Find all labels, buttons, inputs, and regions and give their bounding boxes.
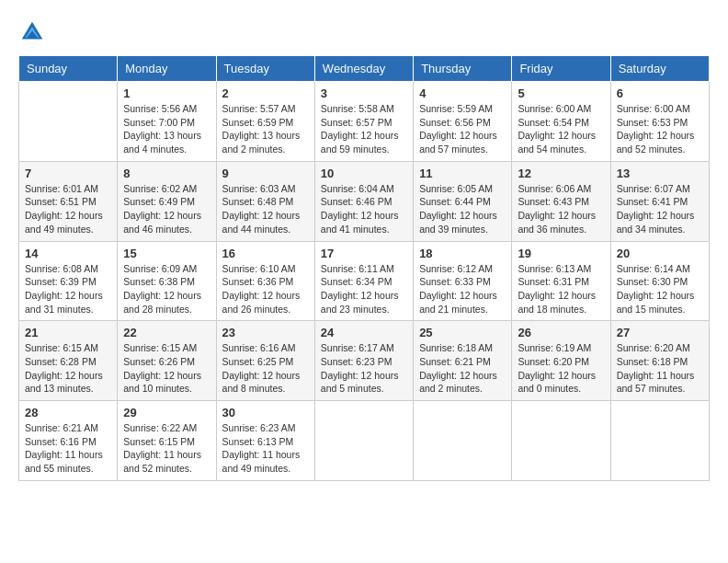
- calendar-cell: 29Sunrise: 6:22 AMSunset: 6:15 PMDayligh…: [118, 401, 216, 481]
- calendar-cell: 3Sunrise: 5:58 AMSunset: 6:57 PMDaylight…: [314, 82, 413, 162]
- calendar-cell: 7Sunrise: 6:01 AMSunset: 6:51 PMDaylight…: [19, 161, 118, 241]
- day-number: 15: [123, 247, 210, 260]
- day-info: Sunrise: 5:57 AMSunset: 6:59 PMDaylight:…: [222, 102, 309, 156]
- day-of-week-header: Friday: [512, 56, 610, 82]
- page-header: [18, 18, 710, 46]
- day-info: Sunrise: 6:00 AMSunset: 6:53 PMDaylight:…: [617, 102, 703, 156]
- day-of-week-header: Tuesday: [216, 56, 314, 82]
- day-info: Sunrise: 6:05 AMSunset: 6:44 PMDaylight:…: [419, 182, 506, 236]
- day-info: Sunrise: 6:01 AMSunset: 6:51 PMDaylight:…: [25, 182, 111, 236]
- day-number: 22: [123, 326, 210, 339]
- calendar-cell: 11Sunrise: 6:05 AMSunset: 6:44 PMDayligh…: [414, 161, 512, 241]
- calendar-cell: 21Sunrise: 6:15 AMSunset: 6:28 PMDayligh…: [19, 321, 118, 401]
- calendar-cell: 30Sunrise: 6:23 AMSunset: 6:13 PMDayligh…: [216, 401, 314, 481]
- day-info: Sunrise: 6:13 AMSunset: 6:31 PMDaylight:…: [518, 262, 604, 316]
- day-number: 30: [222, 406, 309, 419]
- day-number: 16: [222, 247, 309, 260]
- day-number: 21: [25, 326, 111, 339]
- calendar-cell: 9Sunrise: 6:03 AMSunset: 6:48 PMDaylight…: [216, 161, 314, 241]
- calendar-cell: 23Sunrise: 6:16 AMSunset: 6:25 PMDayligh…: [216, 321, 314, 401]
- day-number: 5: [518, 86, 604, 100]
- day-of-week-header: Thursday: [414, 56, 512, 82]
- day-number: 3: [321, 86, 407, 100]
- day-info: Sunrise: 6:14 AMSunset: 6:30 PMDaylight:…: [617, 262, 703, 316]
- calendar-cell: 20Sunrise: 6:14 AMSunset: 6:30 PMDayligh…: [610, 241, 709, 321]
- day-number: 2: [222, 86, 309, 100]
- day-info: Sunrise: 5:59 AMSunset: 6:56 PMDaylight:…: [419, 102, 506, 156]
- calendar-header-row: SundayMondayTuesdayWednesdayThursdayFrid…: [19, 56, 710, 82]
- day-number: 10: [321, 167, 407, 180]
- day-info: Sunrise: 6:03 AMSunset: 6:48 PMDaylight:…: [222, 182, 309, 236]
- day-number: 14: [25, 247, 111, 260]
- day-info: Sunrise: 6:07 AMSunset: 6:41 PMDaylight:…: [617, 182, 703, 236]
- day-info: Sunrise: 6:17 AMSunset: 6:23 PMDaylight:…: [321, 341, 407, 396]
- calendar-cell: 19Sunrise: 6:13 AMSunset: 6:31 PMDayligh…: [512, 241, 610, 321]
- day-number: 24: [321, 326, 407, 339]
- calendar-cell: 10Sunrise: 6:04 AMSunset: 6:46 PMDayligh…: [314, 161, 413, 241]
- day-of-week-header: Wednesday: [314, 56, 413, 82]
- day-of-week-header: Monday: [118, 56, 216, 82]
- calendar-cell: 14Sunrise: 6:08 AMSunset: 6:39 PMDayligh…: [19, 241, 118, 321]
- calendar-cell: 24Sunrise: 6:17 AMSunset: 6:23 PMDayligh…: [314, 321, 413, 401]
- day-info: Sunrise: 6:22 AMSunset: 6:15 PMDaylight:…: [123, 421, 210, 476]
- day-number: 11: [419, 167, 506, 180]
- day-info: Sunrise: 6:09 AMSunset: 6:38 PMDaylight:…: [123, 262, 210, 316]
- calendar-cell: [19, 82, 118, 162]
- calendar-cell: 15Sunrise: 6:09 AMSunset: 6:38 PMDayligh…: [118, 241, 216, 321]
- calendar-cell: [414, 401, 512, 481]
- calendar-cell: 4Sunrise: 5:59 AMSunset: 6:56 PMDaylight…: [414, 82, 512, 162]
- day-number: 9: [222, 167, 309, 180]
- calendar-cell: 28Sunrise: 6:21 AMSunset: 6:16 PMDayligh…: [19, 401, 118, 481]
- day-info: Sunrise: 6:08 AMSunset: 6:39 PMDaylight:…: [25, 262, 111, 316]
- calendar-cell: 16Sunrise: 6:10 AMSunset: 6:36 PMDayligh…: [216, 241, 314, 321]
- day-info: Sunrise: 6:15 AMSunset: 6:26 PMDaylight:…: [123, 341, 210, 396]
- calendar-cell: 2Sunrise: 5:57 AMSunset: 6:59 PMDaylight…: [216, 82, 314, 162]
- day-number: 19: [518, 247, 604, 260]
- day-number: 6: [617, 86, 703, 100]
- day-info: Sunrise: 6:16 AMSunset: 6:25 PMDaylight:…: [222, 341, 309, 396]
- day-info: Sunrise: 6:11 AMSunset: 6:34 PMDaylight:…: [321, 262, 407, 316]
- day-info: Sunrise: 6:15 AMSunset: 6:28 PMDaylight:…: [25, 341, 111, 396]
- day-number: 17: [321, 247, 407, 260]
- day-info: Sunrise: 6:20 AMSunset: 6:18 PMDaylight:…: [617, 341, 703, 396]
- calendar-cell: 26Sunrise: 6:19 AMSunset: 6:20 PMDayligh…: [512, 321, 610, 401]
- day-number: 20: [617, 247, 703, 260]
- logo: [18, 18, 50, 46]
- day-info: Sunrise: 6:18 AMSunset: 6:21 PMDaylight:…: [419, 341, 506, 396]
- calendar-table: SundayMondayTuesdayWednesdayThursdayFrid…: [18, 55, 710, 481]
- day-info: Sunrise: 6:00 AMSunset: 6:54 PMDaylight:…: [518, 102, 604, 156]
- day-info: Sunrise: 5:58 AMSunset: 6:57 PMDaylight:…: [321, 102, 407, 156]
- day-info: Sunrise: 6:10 AMSunset: 6:36 PMDaylight:…: [222, 262, 309, 316]
- day-info: Sunrise: 6:19 AMSunset: 6:20 PMDaylight:…: [518, 341, 604, 396]
- calendar-cell: 8Sunrise: 6:02 AMSunset: 6:49 PMDaylight…: [118, 161, 216, 241]
- day-number: 28: [25, 406, 111, 419]
- day-info: Sunrise: 6:21 AMSunset: 6:16 PMDaylight:…: [25, 421, 111, 476]
- day-of-week-header: Sunday: [19, 56, 118, 82]
- day-number: 8: [123, 167, 210, 180]
- day-number: 26: [518, 326, 604, 339]
- calendar-cell: 5Sunrise: 6:00 AMSunset: 6:54 PMDaylight…: [512, 82, 610, 162]
- calendar-cell: 13Sunrise: 6:07 AMSunset: 6:41 PMDayligh…: [610, 161, 709, 241]
- day-number: 29: [123, 406, 210, 419]
- day-info: Sunrise: 6:02 AMSunset: 6:49 PMDaylight:…: [123, 182, 210, 236]
- calendar-cell: 17Sunrise: 6:11 AMSunset: 6:34 PMDayligh…: [314, 241, 413, 321]
- calendar-cell: 12Sunrise: 6:06 AMSunset: 6:43 PMDayligh…: [512, 161, 610, 241]
- calendar-cell: 22Sunrise: 6:15 AMSunset: 6:26 PMDayligh…: [118, 321, 216, 401]
- day-number: 18: [419, 247, 506, 260]
- calendar-cell: 18Sunrise: 6:12 AMSunset: 6:33 PMDayligh…: [414, 241, 512, 321]
- calendar-cell: 25Sunrise: 6:18 AMSunset: 6:21 PMDayligh…: [414, 321, 512, 401]
- logo-icon: [18, 18, 46, 46]
- calendar-cell: 1Sunrise: 5:56 AMSunset: 7:00 PMDaylight…: [118, 82, 216, 162]
- day-info: Sunrise: 6:23 AMSunset: 6:13 PMDaylight:…: [222, 421, 309, 476]
- day-info: Sunrise: 6:12 AMSunset: 6:33 PMDaylight:…: [419, 262, 506, 316]
- day-number: 1: [123, 86, 210, 100]
- calendar-cell: 27Sunrise: 6:20 AMSunset: 6:18 PMDayligh…: [610, 321, 709, 401]
- day-number: 7: [25, 167, 111, 180]
- day-number: 12: [518, 167, 604, 180]
- calendar-cell: 6Sunrise: 6:00 AMSunset: 6:53 PMDaylight…: [610, 82, 709, 162]
- day-number: 13: [617, 167, 703, 180]
- calendar-cell: [512, 401, 610, 481]
- day-info: Sunrise: 6:06 AMSunset: 6:43 PMDaylight:…: [518, 182, 604, 236]
- day-number: 27: [617, 326, 703, 339]
- day-info: Sunrise: 6:04 AMSunset: 6:46 PMDaylight:…: [321, 182, 407, 236]
